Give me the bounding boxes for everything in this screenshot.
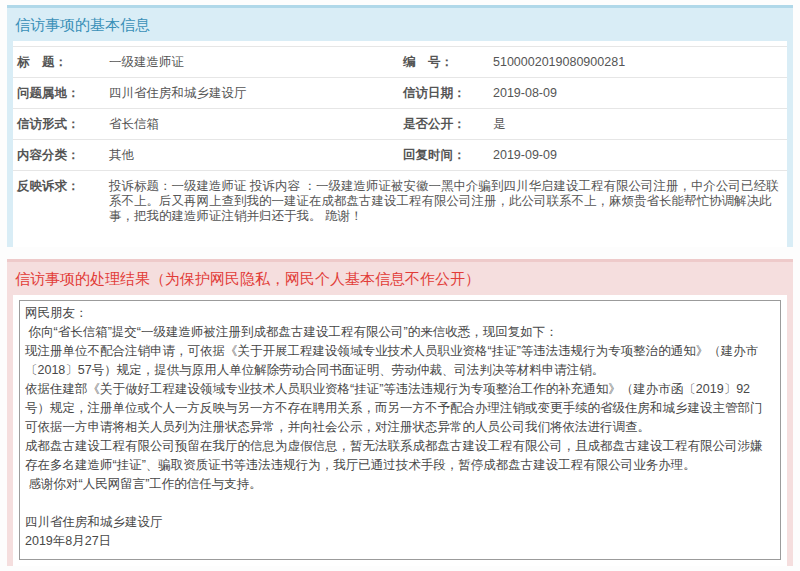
- table-row: 问题属地： 四川省住房和城乡建设厅 信访日期： 2019-08-09: [13, 78, 787, 109]
- field-value-public: 是: [489, 109, 787, 140]
- result-body: 网民朋友： 你向“省长信箱”提交“一级建造师被注册到成都盘古建设工程有限公司”的…: [13, 295, 787, 566]
- field-label-region: 问题属地：: [13, 78, 105, 109]
- field-label-form: 信访形式：: [13, 109, 105, 140]
- field-label-category: 内容分类：: [13, 140, 105, 171]
- basic-info-table: 标 题： 一级建造师证 编 号： 5100002019080900281 问题属…: [13, 46, 787, 231]
- basic-info-body: 标 题： 一级建造师证 编 号： 5100002019080900281 问题属…: [13, 41, 787, 247]
- result-panel: 信访事项的处理结果（为保护网民隐私，网民个人基本信息不作公开） 网民朋友： 你向…: [7, 259, 793, 566]
- field-value-category: 其他: [105, 140, 399, 171]
- table-row: 内容分类： 其他 回复时间： 2019-09-09: [13, 140, 787, 171]
- table-row: 信访形式： 省长信箱 是否公开： 是: [13, 109, 787, 140]
- petition-detail-page: 信访事项的基本信息 标 题： 一级建造师证 编 号： 5100002019080…: [0, 0, 800, 566]
- field-label-date: 信访日期：: [399, 78, 489, 109]
- basic-info-header: 信访事项的基本信息: [7, 8, 793, 41]
- field-value-region: 四川省住房和城乡建设厅: [105, 78, 399, 109]
- reply-text-box: 网民朋友： 你向“省长信箱”提交“一级建造师被注册到成都盘古建设工程有限公司”的…: [19, 300, 781, 560]
- field-value-date: 2019-08-09: [489, 78, 787, 109]
- field-label-appeal: 反映诉求：: [13, 171, 105, 232]
- field-value-number: 5100002019080900281: [489, 47, 787, 78]
- field-label-number: 编 号：: [399, 47, 489, 78]
- basic-info-title: 信访事项的基本信息: [15, 16, 150, 33]
- result-header: 信访事项的处理结果（为保护网民隐私，网民个人基本信息不作公开）: [7, 262, 793, 295]
- field-value-title: 一级建造师证: [105, 47, 399, 78]
- result-title: 信访事项的处理结果: [15, 270, 150, 287]
- field-label-title: 标 题：: [13, 47, 105, 78]
- field-value-form: 省长信箱: [105, 109, 399, 140]
- result-privacy-note: （为保护网民隐私，网民个人基本信息不作公开）: [150, 270, 480, 287]
- table-row: 反映诉求： 投诉标题：一级建造师证 投诉内容 ：一级建造师证被安徽一黑中介骗到四…: [13, 171, 787, 232]
- field-label-public: 是否公开：: [399, 109, 489, 140]
- table-row: 标 题： 一级建造师证 编 号： 5100002019080900281: [13, 47, 787, 78]
- field-value-reply-time: 2019-09-09: [489, 140, 787, 171]
- basic-info-panel: 信访事项的基本信息 标 题： 一级建造师证 编 号： 5100002019080…: [7, 5, 793, 247]
- field-value-appeal: 投诉标题：一级建造师证 投诉内容 ：一级建造师证被安徽一黑中介骗到四川华启建设工…: [105, 171, 787, 232]
- field-label-reply-time: 回复时间：: [399, 140, 489, 171]
